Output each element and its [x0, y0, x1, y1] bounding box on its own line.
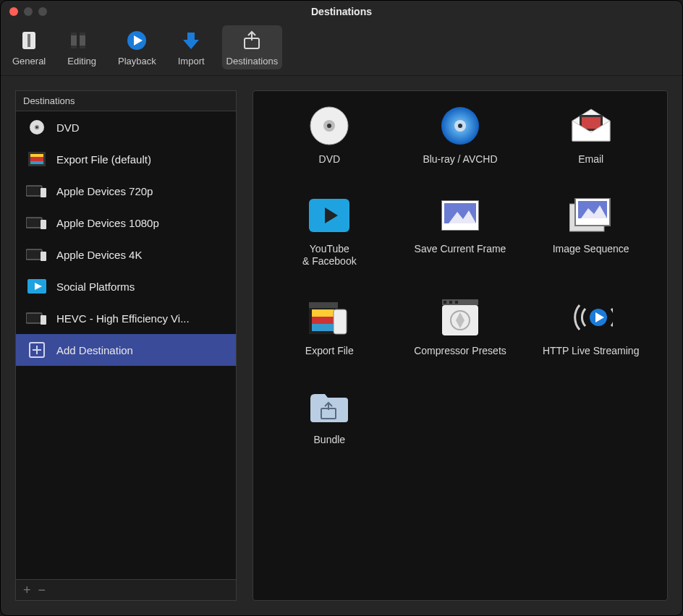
- template-dvd[interactable]: DVD: [268, 106, 391, 166]
- template-label: YouTube & Facebook: [302, 243, 357, 268]
- sidebar-item-hevc[interactable]: HEVC - High Efficiency Vi...: [16, 302, 236, 334]
- minimize-window-button[interactable]: [24, 7, 33, 16]
- tab-label: General: [12, 56, 46, 67]
- tab-destinations[interactable]: Destinations: [222, 25, 283, 69]
- destinations-sidebar: Destinations DVD Export File (default): [15, 90, 237, 601]
- bundle-icon: [307, 386, 351, 427]
- dvd-icon: [26, 119, 48, 136]
- sidebar-item-label: Apple Devices 1080p: [56, 217, 159, 229]
- destination-templates: DVD Blu-ray / AVCHD Email: [253, 90, 668, 601]
- sidebar-header: Destinations: [15, 90, 237, 111]
- svg-rect-27: [41, 315, 46, 325]
- titlebar: Destinations: [1, 1, 682, 22]
- http-stream-icon: [569, 297, 613, 338]
- template-label: Compressor Presets: [414, 345, 506, 358]
- template-label: Save Current Frame: [415, 243, 506, 256]
- add-button[interactable]: +: [23, 583, 31, 598]
- devices-icon: [26, 309, 48, 327]
- tab-editing[interactable]: Editing: [63, 25, 101, 69]
- template-image-sequence[interactable]: Image Sequence: [529, 195, 653, 268]
- tab-label: Destinations: [226, 56, 279, 67]
- social-icon: [26, 278, 48, 295]
- tab-playback[interactable]: Playback: [114, 25, 161, 69]
- svg-rect-5: [80, 33, 85, 35]
- template-http-stream[interactable]: HTTP Live Streaming: [529, 297, 653, 358]
- zoom-window-button[interactable]: [38, 7, 47, 16]
- frame-icon: [438, 195, 482, 236]
- tab-import[interactable]: Import: [174, 25, 209, 69]
- sidebar-list: DVD Export File (default) Apple Devices …: [15, 111, 237, 579]
- template-compressor[interactable]: Compressor Presets: [399, 297, 522, 358]
- tab-general[interactable]: General: [8, 25, 50, 69]
- template-label: HTTP Live Streaming: [543, 345, 640, 358]
- sidebar-item-1080p[interactable]: Apple Devices 1080p: [16, 207, 236, 239]
- svg-rect-54: [334, 309, 347, 334]
- svg-rect-58: [455, 301, 458, 304]
- share-icon: [239, 28, 265, 53]
- youtube-icon: [307, 195, 351, 236]
- template-bundle[interactable]: Bundle: [268, 386, 391, 447]
- template-save-frame[interactable]: Save Current Frame: [399, 195, 522, 268]
- sidebar-item-export-file[interactable]: Export File (default): [16, 143, 236, 175]
- svg-point-35: [458, 124, 462, 128]
- svg-rect-21: [41, 220, 46, 229]
- svg-rect-17: [30, 161, 43, 164]
- svg-point-13: [36, 127, 38, 128]
- svg-rect-26: [26, 313, 42, 323]
- sidebar-item-label: DVD: [56, 121, 80, 134]
- sidebar-item-dvd[interactable]: DVD: [16, 111, 236, 143]
- sidebar-item-label: HEVC - High Efficiency Vi...: [56, 312, 190, 325]
- tab-label: Import: [178, 56, 205, 67]
- template-label: Image Sequence: [553, 243, 629, 256]
- templates-grid: DVD Blu-ray / AVCHD Email: [268, 106, 653, 447]
- window-title: Destinations: [1, 6, 682, 17]
- sidebar-item-label: Apple Devices 720p: [56, 185, 153, 197]
- svg-rect-22: [26, 249, 42, 260]
- content-area: Destinations DVD Export File (default): [1, 76, 682, 615]
- template-youtube-facebook[interactable]: YouTube & Facebook: [268, 195, 391, 268]
- film-icon: [26, 150, 48, 168]
- svg-rect-7: [80, 46, 85, 48]
- sidebar-item-720p[interactable]: Apple Devices 720p: [16, 175, 236, 207]
- template-label: Blu-ray / AVCHD: [423, 153, 497, 166]
- sidebar-item-label: Add Destination: [56, 344, 133, 356]
- devices-icon: [26, 214, 48, 231]
- plus-box-icon: [26, 341, 48, 359]
- svg-rect-23: [41, 252, 46, 261]
- tab-label: Playback: [118, 56, 156, 67]
- import-icon: [178, 28, 204, 53]
- svg-rect-57: [449, 301, 452, 304]
- svg-rect-1: [27, 34, 30, 47]
- svg-rect-6: [71, 46, 77, 48]
- svg-rect-19: [41, 188, 46, 197]
- sidebar-item-4k[interactable]: Apple Devices 4K: [16, 239, 236, 270]
- svg-rect-16: [30, 154, 43, 157]
- slider-icon: [16, 28, 42, 53]
- devices-icon: [26, 246, 48, 263]
- compressor-icon: [438, 297, 482, 338]
- traffic-lights: [9, 7, 47, 16]
- svg-rect-50: [309, 302, 338, 308]
- template-label: Export File: [305, 345, 354, 358]
- play-icon: [124, 28, 150, 53]
- svg-rect-52: [312, 309, 335, 317]
- template-export-file[interactable]: Export File: [268, 297, 391, 358]
- template-label: DVD: [319, 153, 341, 166]
- pref-toolbar: General Editing Playback Import Destinat…: [1, 22, 682, 76]
- export-file-icon: [307, 297, 351, 338]
- template-bluray[interactable]: Blu-ray / AVCHD: [399, 106, 522, 166]
- close-window-button[interactable]: [9, 7, 18, 16]
- template-email[interactable]: Email: [529, 106, 653, 166]
- dvd-big-icon: [307, 106, 351, 146]
- sidebar-item-add-destination[interactable]: Add Destination: [16, 334, 236, 366]
- remove-button[interactable]: −: [38, 583, 46, 598]
- email-icon: [569, 106, 613, 146]
- sidebar-footer: + −: [15, 579, 237, 601]
- svg-rect-38: [582, 117, 601, 129]
- preferences-window: Destinations General Editing Playback I: [0, 0, 683, 616]
- sidebar-item-label: Social Platforms: [56, 281, 135, 293]
- svg-rect-53: [312, 324, 335, 331]
- template-label: Bundle: [314, 434, 346, 447]
- sidebar-item-social[interactable]: Social Platforms: [16, 270, 236, 302]
- svg-rect-4: [71, 33, 77, 35]
